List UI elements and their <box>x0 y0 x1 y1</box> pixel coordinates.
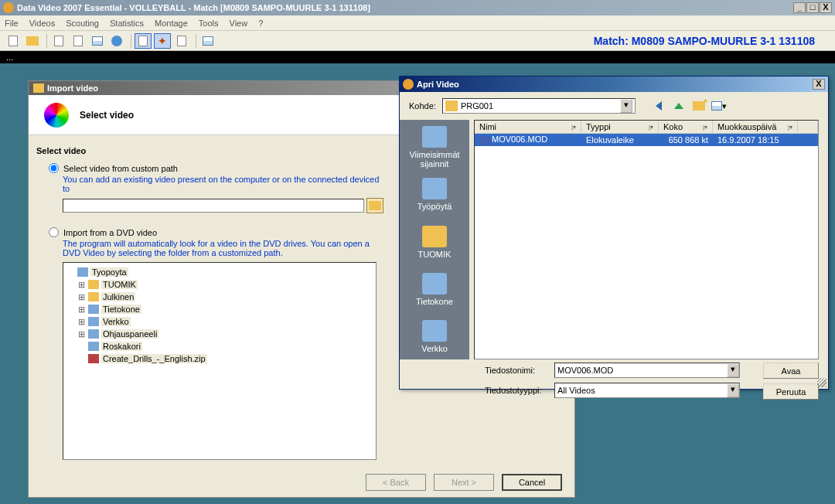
menu-help[interactable]: ? <box>258 19 263 28</box>
filename-combo[interactable]: ▾ <box>554 363 740 378</box>
folder-icon <box>369 201 381 210</box>
close-button[interactable]: X <box>820 2 832 13</box>
place-desktop[interactable]: Työpöytä <box>404 172 465 217</box>
place-user[interactable]: TUOMIK <box>404 219 465 264</box>
col-size[interactable]: Koko|▾ <box>659 121 713 133</box>
filetype-label: Tiedostotyyppi: <box>485 386 554 395</box>
folder-icon <box>33 83 44 93</box>
computer-icon <box>422 273 447 295</box>
path-input[interactable] <box>63 199 364 213</box>
dialog-close-button[interactable]: X <box>813 79 825 90</box>
tree-item[interactable]: TUOMIK <box>101 280 138 289</box>
tb-btn9-icon[interactable] <box>173 33 190 49</box>
back-button[interactable]: < Back <box>366 474 426 491</box>
filename-input[interactable] <box>555 363 727 377</box>
place-recent[interactable]: Viimeisimmät sijainnit <box>404 124 465 170</box>
dialog-actions: Avaa Peruuta <box>763 363 819 403</box>
filetype-combo[interactable]: ▾ <box>554 383 740 398</box>
window-buttons: _ □ X <box>793 2 832 13</box>
kohde-label: Kohde: <box>409 101 436 111</box>
recent-icon <box>422 126 447 148</box>
filename-label: Tiedostonimi: <box>485 366 554 375</box>
tree-item[interactable]: Verkko <box>101 317 131 326</box>
tree-item[interactable]: Roskakori <box>101 342 142 351</box>
tree-item[interactable]: Ohjauspaneeli <box>101 329 158 339</box>
menu-scouting[interactable]: Scouting <box>66 19 99 28</box>
dialog-title: Apri Video <box>417 80 813 89</box>
tb-btn7-icon[interactable] <box>135 33 152 49</box>
radio-dvd-input[interactable] <box>49 227 59 237</box>
network-icon <box>422 320 447 342</box>
tree-item[interactable]: Tietokone <box>101 305 141 314</box>
up-icon[interactable] <box>671 98 687 114</box>
dialog-cancel-button[interactable]: Peruuta <box>763 383 819 400</box>
radio-dvd-label: Import from a DVD video <box>63 228 157 237</box>
cancel-button[interactable]: Cancel <box>502 474 562 491</box>
place-computer[interactable]: Tietokone <box>404 267 465 312</box>
hint-custom: You can add an existing video present on… <box>63 175 387 193</box>
tree-item[interactable]: Julkinen <box>101 292 135 301</box>
new-folder-icon[interactable] <box>691 98 707 114</box>
wizard-buttons: < Back Next > Cancel <box>29 474 574 491</box>
dropdown-icon[interactable]: ▾ <box>620 99 632 113</box>
col-spacer <box>798 121 818 133</box>
resize-grip[interactable] <box>817 378 826 387</box>
menu-statistics[interactable]: Statistics <box>110 19 144 28</box>
dropdown-icon[interactable]: ▾ <box>727 383 739 397</box>
filetype-input[interactable] <box>555 383 727 397</box>
next-button[interactable]: Next > <box>434 474 494 491</box>
menu-montage[interactable]: Montage <box>155 19 188 28</box>
menu-file[interactable]: File <box>5 19 19 28</box>
dialog-top: Kohde: PRG001 ▾ ▾ <box>400 92 828 120</box>
menubar: File Videos Scouting Statistics Montage … <box>0 15 835 31</box>
tb-new-icon[interactable] <box>5 33 22 49</box>
tb-btn6-icon[interactable] <box>108 33 125 49</box>
tree-item[interactable]: Create_Drills_-_English.zip <box>101 354 207 363</box>
dialog-titlebar[interactable]: Apri Video X <box>400 77 828 92</box>
radio-custom-input[interactable] <box>49 163 59 173</box>
radio-custom-label: Select video from custom path <box>63 164 178 173</box>
toolbar-separator <box>46 34 47 48</box>
places-bar: Viimeisimmät sijainnit Työpöytä TUOMIK T… <box>400 120 469 359</box>
app-icon <box>403 79 414 90</box>
window-title: Data Video 2007 Essential - VOLLEYBALL -… <box>17 3 793 12</box>
video-icon <box>44 103 69 128</box>
desktop-icon <box>422 178 447 199</box>
banner-title: Select video <box>80 110 134 121</box>
user-folder-icon <box>422 226 447 247</box>
minimize-button[interactable]: _ <box>793 2 806 13</box>
tb-open-icon[interactable] <box>24 33 41 49</box>
toolbar-separator <box>196 34 196 48</box>
tb-btn5-icon[interactable] <box>89 33 106 49</box>
col-date[interactable]: Muokkauspäivä|▾ <box>713 121 798 133</box>
tb-btn4-icon[interactable] <box>70 33 87 49</box>
back-icon[interactable] <box>651 98 666 114</box>
place-network[interactable]: Verkko <box>404 314 465 359</box>
menu-videos[interactable]: Videos <box>29 19 55 28</box>
col-type[interactable]: Tyyppi|▾ <box>581 121 659 133</box>
app-icon <box>3 2 14 13</box>
toolbar: ✦ Match: M0809 SAMPO-MUURLE 3-1 131108 <box>0 31 835 51</box>
open-button[interactable]: Avaa <box>763 363 819 379</box>
tb-btn10-icon[interactable] <box>199 33 216 49</box>
toolbar-separator <box>131 34 131 48</box>
dialog-main: Viimeisimmät sijainnit Työpöytä TUOMIK T… <box>400 120 828 359</box>
tree-root[interactable]: Tyopoyta <box>90 267 128 277</box>
menu-view[interactable]: View <box>230 19 248 28</box>
folder-tree[interactable]: Tyopoyta ⊞TUOMIK ⊞Julkinen ⊞Tietokone ⊞V… <box>63 262 377 460</box>
file-list[interactable]: Nimi|▾ Tyyppi|▾ Koko|▾ Muokkauspäivä|▾ M… <box>474 120 819 359</box>
tb-btn8-icon[interactable]: ✦ <box>154 33 171 49</box>
dropdown-icon[interactable]: ▾ <box>727 363 739 377</box>
browse-button[interactable] <box>366 198 383 213</box>
file-rows: MOV006.MOD Elokuvaleike 650 868 kt 16.9.… <box>475 134 818 359</box>
file-list-header: Nimi|▾ Tyyppi|▾ Koko|▾ Muokkauspäivä|▾ <box>475 121 818 134</box>
maximize-button[interactable]: □ <box>806 2 819 13</box>
view-icon[interactable]: ▾ <box>711 98 727 114</box>
file-row[interactable]: MOV006.MOD Elokuvaleike 650 868 kt 16.9.… <box>475 134 818 146</box>
col-name[interactable]: Nimi|▾ <box>475 121 581 133</box>
tb-btn3-icon[interactable] <box>50 33 67 49</box>
menu-tools[interactable]: Tools <box>199 19 219 28</box>
dialog-fields: Tiedostonimi: ▾ Tiedostotyyppi: ▾ <box>485 363 748 403</box>
kohde-combo[interactable]: PRG001 ▾ <box>442 98 636 114</box>
match-label: Match: M0809 SAMPO-MUURLE 3-1 131108 <box>594 35 815 47</box>
